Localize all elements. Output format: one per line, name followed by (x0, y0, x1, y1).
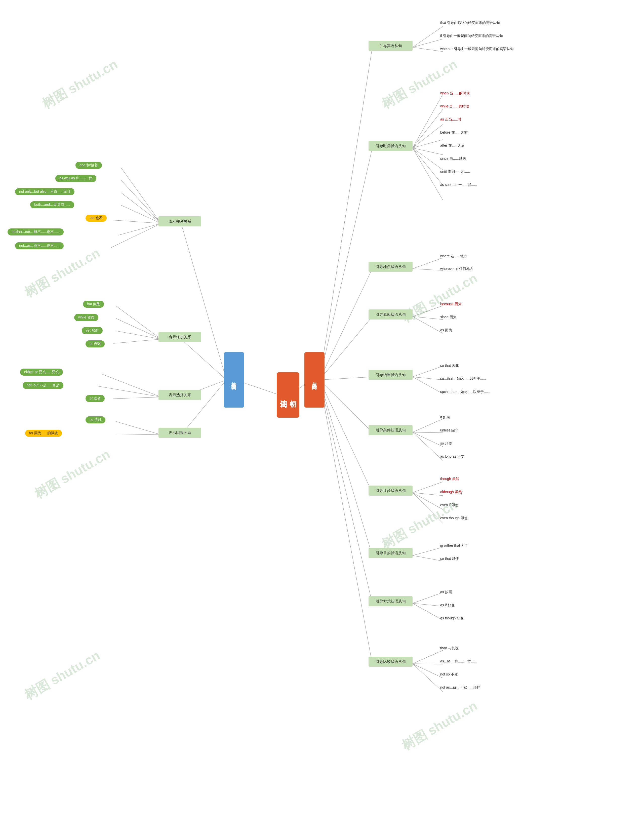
svg-line-55 (413, 482, 443, 493)
svg-line-32 (413, 26, 443, 47)
svg-line-64 (413, 650, 443, 664)
svg-line-19 (113, 397, 161, 399)
svg-line-30 (320, 380, 372, 603)
svg-line-47 (413, 317, 443, 333)
svg-line-50 (413, 377, 443, 394)
item-so-that-jieguo2: so...that... 如此......以至于...... (440, 377, 486, 381)
svg-line-6 (121, 167, 161, 223)
item-or-huozhe: or 或者 (86, 395, 105, 402)
item-neither-nor: neither...nor... 既不......也不...... (8, 228, 64, 236)
item-not-only: not only...but also... 不仅......而且 (15, 188, 74, 195)
svg-line-34 (413, 47, 443, 52)
svg-line-44 (413, 269, 443, 270)
svg-line-20 (116, 422, 161, 435)
svg-line-13 (116, 305, 161, 339)
watermark-1: 树图 shutu.cn (39, 56, 121, 113)
item-if-binyucongju: if 引导由一般疑问句转变而来的宾语从句 (440, 34, 503, 38)
item-even-if: even if 即使 (440, 503, 458, 508)
cat-jieguo: 引导结果状语从句 (368, 370, 413, 380)
svg-line-40 (413, 148, 443, 170)
center-node: 初中连词 (277, 372, 299, 418)
svg-line-67 (413, 664, 443, 692)
item-whether-binyucongju: whether 引导由一般疑问句转变而来的宾语从句 (440, 47, 514, 51)
svg-line-21 (116, 434, 161, 435)
item-for: for 因为......的缘故 (25, 430, 62, 437)
item-as-shijian: as 正当......时 (440, 117, 462, 122)
svg-line-43 (413, 258, 443, 269)
svg-line-24 (320, 269, 372, 380)
item-before: before 在......之前 (440, 130, 468, 135)
item-than: than 与其说 (440, 646, 458, 651)
svg-line-41 (413, 148, 443, 185)
item-not-or: not...or... 既不......也不...... (15, 242, 64, 249)
cat-mudi: 引导目的状语从句 (368, 548, 413, 558)
svg-line-7 (121, 180, 161, 223)
svg-line-25 (320, 317, 372, 380)
svg-line-27 (320, 380, 372, 432)
cat-shijianzhuyucongju: 引导时间状语从句 (368, 141, 413, 151)
item-as-well-as: as well as 和......一样 (55, 175, 96, 182)
item-since-shijian: since 自......以来 (440, 157, 466, 161)
svg-line-33 (413, 39, 443, 47)
item-even-though: even though 即使 (440, 516, 468, 520)
item-wherever: wherever 在任何地方 (440, 267, 473, 271)
item-since-yuanyin: since 因为 (440, 315, 457, 320)
svg-line-14 (116, 318, 161, 339)
svg-line-28 (320, 380, 372, 493)
item-so-that-mudi: so that 以使 (440, 556, 459, 561)
svg-line-17 (101, 373, 161, 397)
item-or-fouze: or 否则 (86, 340, 105, 348)
item-not-as-as: not as...as... 不如......那样 (440, 685, 481, 690)
svg-line-23 (320, 148, 372, 380)
svg-line-37 (413, 124, 443, 148)
watermark-4: 树图 shutu.cn (21, 647, 103, 704)
item-as-though: as though 好像 (440, 616, 464, 621)
item-though: though 虽然 (440, 477, 459, 481)
svg-line-59 (413, 547, 443, 556)
svg-line-38 (413, 140, 443, 148)
item-such-that: such...that... 如此......以至于...... (440, 390, 490, 394)
svg-line-5 (181, 380, 226, 435)
svg-line-58 (413, 493, 443, 523)
svg-line-9 (121, 205, 161, 223)
category-binglie-choice: 表示选择关系 (158, 390, 201, 400)
svg-line-29 (320, 380, 372, 556)
cat-binyucongju: 引导宾语从句 (368, 41, 413, 51)
item-as-soon-as: as soon as 一......就...... (440, 183, 477, 187)
item-both-and: both...and... 两者都...... (30, 201, 74, 208)
svg-line-12 (111, 223, 161, 248)
svg-line-52 (413, 432, 443, 433)
item-nor: nor 也不 (86, 215, 107, 221)
item-so-that-jieguo: so that 因此 (440, 364, 459, 368)
item-either-or: either..or 要么......要么 (20, 369, 63, 376)
category-binglie-cause: 表示因果关系 (158, 428, 201, 438)
svg-line-8 (121, 192, 161, 223)
item-as-long-as: as long as 只要 (440, 454, 464, 459)
svg-line-39 (413, 148, 443, 155)
svg-line-49 (413, 377, 443, 380)
svg-line-48 (413, 366, 443, 377)
item-as-fangshi: as 按照 (440, 590, 452, 595)
item-unless: unless 除非 (440, 428, 458, 433)
item-where: where 在......地方 (440, 254, 467, 259)
item-but: but 但是 (83, 301, 104, 308)
svg-line-18 (98, 386, 161, 397)
item-so-zhiyao: so 只要 (440, 441, 452, 446)
svg-line-2 (181, 223, 226, 380)
watermark-8: 树图 shutu.cn (399, 697, 481, 755)
watermark-2: 树图 shutu.cn (21, 244, 103, 302)
item-not-but: not..but 不是......而是 (23, 382, 63, 389)
cat-tiaojian: 引导条件状语从句 (368, 425, 413, 435)
mind-map-canvas: 树图 shutu.cn 树图 shutu.cn 树图 shutu.cn 树图 s… (0, 0, 644, 834)
category-binglie-parallel: 表示并列关系 (158, 217, 201, 226)
svg-line-26 (320, 377, 372, 380)
svg-line-31 (320, 380, 372, 664)
svg-line-63 (413, 603, 443, 620)
svg-line-45 (413, 305, 443, 317)
item-if-tiaojian: if 如果 (440, 415, 450, 420)
svg-line-3 (181, 339, 226, 380)
item-not-so: not so 不然 (440, 672, 458, 677)
subordinate-node: 从属连词 (304, 352, 324, 407)
svg-line-16 (113, 339, 161, 343)
category-binglie-contrast: 表示转折关系 (158, 332, 201, 342)
